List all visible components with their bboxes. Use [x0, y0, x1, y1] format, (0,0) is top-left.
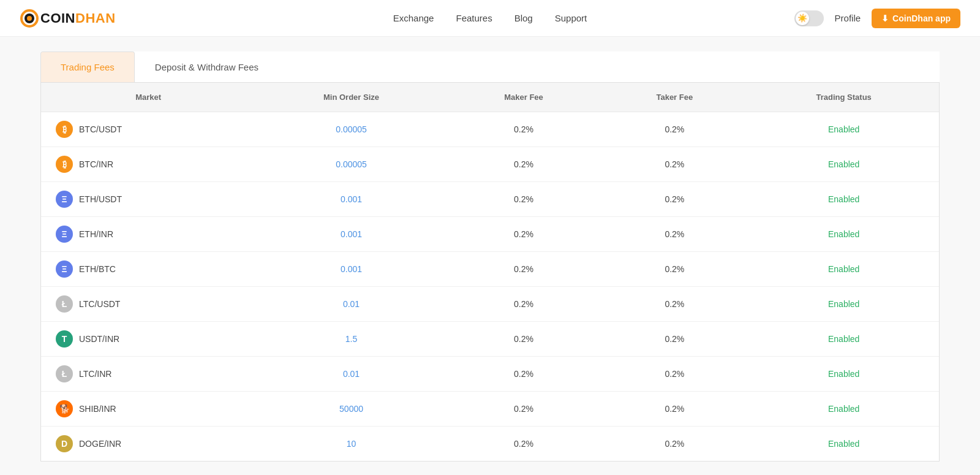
header-right: ☀️ Profile ⬇ CoinDhan app: [794, 9, 960, 28]
coin-icon-btc: ₿: [56, 121, 73, 138]
nav-support[interactable]: Support: [555, 13, 587, 23]
table-row: Ξ ETH/USDT 0.0010.2%0.2%Enabled: [41, 182, 939, 217]
logo-text-coin: COIN: [40, 10, 75, 26]
maker-fee-cell: 0.2%: [447, 217, 601, 252]
main-nav: Exchange Features Blog Support: [393, 13, 587, 23]
theme-toggle-knob: ☀️: [796, 12, 809, 25]
coin-icon-doge: D: [56, 435, 73, 452]
market-cell: Ξ ETH/USDT: [41, 182, 255, 217]
market-pair: BTC/USDT: [79, 124, 122, 134]
market-cell: D DOGE/INR: [41, 427, 255, 462]
table-row: ₿ BTC/INR 0.000050.2%0.2%Enabled: [41, 147, 939, 182]
status-cell: Enabled: [748, 182, 939, 217]
download-icon: ⬇: [881, 13, 889, 23]
nav-blog[interactable]: Blog: [514, 13, 533, 23]
status-cell: Enabled: [748, 357, 939, 392]
status-cell: Enabled: [748, 217, 939, 252]
nav-exchange[interactable]: Exchange: [393, 13, 434, 23]
table-row: Ξ ETH/INR 0.0010.2%0.2%Enabled: [41, 217, 939, 252]
maker-fee-cell: 0.2%: [447, 287, 601, 322]
market-cell: 🐕 SHIB/INR: [41, 392, 255, 427]
min-order-cell: 0.001: [255, 252, 447, 287]
taker-fee-cell: 0.2%: [600, 357, 748, 392]
maker-fee-cell: 0.2%: [447, 322, 601, 357]
status-cell: Enabled: [748, 322, 939, 357]
market-pair: SHIB/INR: [79, 404, 116, 414]
coin-icon-eth: Ξ: [56, 260, 73, 278]
coin-icon-eth: Ξ: [56, 226, 73, 243]
table-row: 🐕 SHIB/INR 500000.2%0.2%Enabled: [41, 392, 939, 427]
status-cell: Enabled: [748, 252, 939, 287]
theme-toggle[interactable]: ☀️: [794, 10, 824, 26]
min-order-cell: 0.001: [255, 182, 447, 217]
status-cell: Enabled: [748, 427, 939, 462]
market-pair: LTC/INR: [79, 369, 111, 379]
logo[interactable]: COINDHAN: [20, 9, 116, 28]
svg-point-3: [27, 16, 32, 21]
status-cell: Enabled: [748, 287, 939, 322]
profile-link[interactable]: Profile: [835, 13, 861, 23]
taker-fee-cell: 0.2%: [600, 182, 748, 217]
coin-icon-ltc: Ł: [56, 365, 73, 382]
maker-fee-cell: 0.2%: [447, 182, 601, 217]
table-body: ₿ BTC/USDT 0.000050.2%0.2%Enabled ₿ BTC/…: [41, 112, 939, 462]
maker-fee-cell: 0.2%: [447, 427, 601, 462]
maker-fee-cell: 0.2%: [447, 112, 601, 147]
status-cell: Enabled: [748, 392, 939, 427]
logo-text-dhan: DHAN: [75, 10, 116, 26]
min-order-cell: 50000: [255, 392, 447, 427]
maker-fee-cell: 0.2%: [447, 357, 601, 392]
status-cell: Enabled: [748, 112, 939, 147]
market-cell: Ξ ETH/INR: [41, 217, 255, 252]
min-order-cell: 0.00005: [255, 147, 447, 182]
taker-fee-cell: 0.2%: [600, 322, 748, 357]
market-pair: DOGE/INR: [79, 439, 121, 449]
status-cell: Enabled: [748, 147, 939, 182]
market-pair: ETH/BTC: [79, 264, 116, 274]
coin-icon-eth: Ξ: [56, 191, 73, 208]
tabs-container: Trading Fees Deposit & Withdraw Fees: [40, 51, 940, 83]
taker-fee-cell: 0.2%: [600, 217, 748, 252]
table-header: Market Min Order Size Maker Fee Taker Fe…: [41, 83, 939, 112]
maker-fee-cell: 0.2%: [447, 252, 601, 287]
market-cell: Ł LTC/USDT: [41, 287, 255, 322]
table-row: T USDT/INR 1.50.2%0.2%Enabled: [41, 322, 939, 357]
taker-fee-cell: 0.2%: [600, 392, 748, 427]
fees-table-wrapper: Market Min Order Size Maker Fee Taker Fe…: [40, 83, 940, 462]
nav-features[interactable]: Features: [456, 13, 492, 23]
main-content: Trading Fees Deposit & Withdraw Fees Mar…: [31, 37, 949, 475]
tab-deposit-withdraw-fees[interactable]: Deposit & Withdraw Fees: [135, 51, 279, 82]
market-pair: BTC/INR: [79, 159, 113, 169]
col-min-order: Min Order Size: [255, 83, 447, 112]
fees-table: Market Min Order Size Maker Fee Taker Fe…: [41, 83, 939, 461]
market-cell: Ł LTC/INR: [41, 357, 255, 392]
taker-fee-cell: 0.2%: [600, 147, 748, 182]
taker-fee-cell: 0.2%: [600, 112, 748, 147]
market-pair: USDT/INR: [79, 334, 119, 344]
market-cell: ₿ BTC/INR: [41, 147, 255, 182]
table-row: ₿ BTC/USDT 0.000050.2%0.2%Enabled: [41, 112, 939, 147]
market-pair: ETH/USDT: [79, 194, 122, 204]
col-taker-fee: Taker Fee: [600, 83, 748, 112]
download-button[interactable]: ⬇ CoinDhan app: [872, 9, 960, 28]
table-row: Ł LTC/USDT 0.010.2%0.2%Enabled: [41, 287, 939, 322]
tab-trading-fees[interactable]: Trading Fees: [40, 51, 135, 82]
sun-icon: ☀️: [797, 13, 807, 23]
col-trading-status: Trading Status: [748, 83, 939, 112]
download-label: CoinDhan app: [892, 13, 951, 23]
min-order-cell: 0.00005: [255, 112, 447, 147]
coin-icon-ltc: Ł: [56, 295, 73, 313]
maker-fee-cell: 0.2%: [447, 147, 601, 182]
min-order-cell: 10: [255, 427, 447, 462]
col-maker-fee: Maker Fee: [447, 83, 601, 112]
market-cell: T USDT/INR: [41, 322, 255, 357]
table-row: D DOGE/INR 100.2%0.2%Enabled: [41, 427, 939, 462]
market-cell: ₿ BTC/USDT: [41, 112, 255, 147]
table-row: Ξ ETH/BTC 0.0010.2%0.2%Enabled: [41, 252, 939, 287]
market-pair: LTC/USDT: [79, 299, 120, 309]
market-cell: Ξ ETH/BTC: [41, 252, 255, 287]
taker-fee-cell: 0.2%: [600, 252, 748, 287]
min-order-cell: 0.01: [255, 357, 447, 392]
market-pair: ETH/INR: [79, 229, 113, 239]
min-order-cell: 0.001: [255, 217, 447, 252]
